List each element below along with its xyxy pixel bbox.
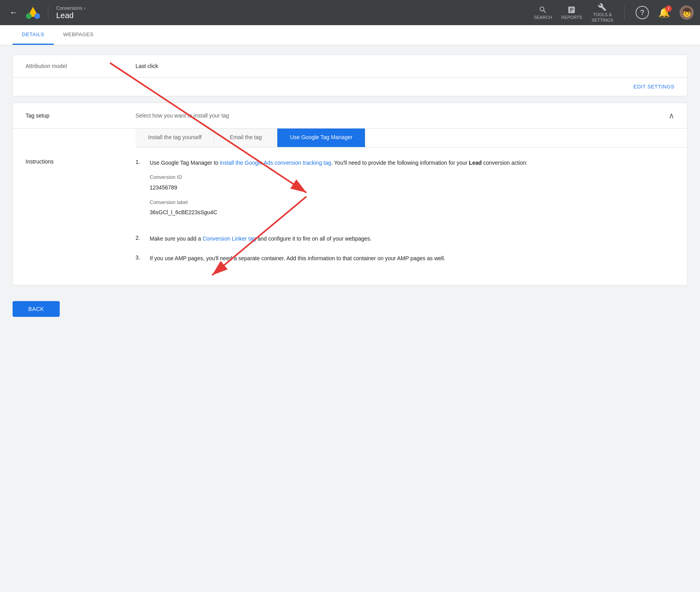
back-button-row: BACK bbox=[13, 295, 687, 329]
conversion-action-name: Lead bbox=[469, 160, 482, 166]
back-button[interactable]: BACK bbox=[13, 301, 60, 317]
conv-id-label: Conversion ID bbox=[150, 173, 528, 182]
breadcrumb-parent: Conversions bbox=[56, 6, 82, 11]
search-icon bbox=[539, 6, 547, 14]
tag-setup-card: Tag setup Select how you want to install… bbox=[13, 103, 687, 285]
user-avatar[interactable]: 👦 bbox=[680, 6, 694, 20]
step-3-number: 3. bbox=[136, 254, 143, 263]
main-content: Attribution model Last click EDIT SETTIN… bbox=[0, 45, 700, 339]
back-nav-button[interactable]: ← bbox=[6, 6, 21, 19]
step-3-text: If you use AMP pages, you'll need a sepa… bbox=[150, 254, 445, 263]
instruction-step-3: 3. If you use AMP pages, you'll need a s… bbox=[136, 254, 674, 263]
page-title: Lead bbox=[56, 11, 86, 20]
google-ads-logo bbox=[26, 6, 40, 20]
breadcrumb: Conversions › Lead bbox=[56, 6, 86, 20]
reports-nav-label: REPORTS bbox=[561, 15, 582, 20]
install-tracking-tag-link[interactable]: install the Google Ads conversion tracki… bbox=[220, 160, 331, 166]
tab-details[interactable]: DETAILS bbox=[13, 25, 54, 45]
tag-setup-header: Tag setup Select how you want to install… bbox=[13, 103, 687, 129]
option-install-yourself[interactable]: Install the tag yourself bbox=[136, 129, 214, 147]
tools-nav-label2: SETTINGS bbox=[592, 18, 613, 22]
topnav-right: SEARCH REPORTS TOOLS & SETTINGS ? 🔔 ! 👦 bbox=[534, 3, 694, 22]
avatar-image: 👦 bbox=[682, 7, 692, 18]
conversion-data: Conversion ID 123456789 Conversion label… bbox=[150, 173, 528, 217]
tools-nav-button[interactable]: TOOLS & SETTINGS bbox=[592, 3, 613, 22]
collapse-icon[interactable]: ∧ bbox=[669, 111, 674, 120]
reports-icon bbox=[567, 6, 576, 14]
svg-point-1 bbox=[35, 13, 40, 19]
tag-setup-subtitle: Select how you want to install your tag bbox=[136, 112, 669, 119]
notification-badge: ! bbox=[665, 6, 672, 12]
notifications-button[interactable]: 🔔 ! bbox=[658, 7, 670, 18]
search-nav-label: SEARCH bbox=[534, 15, 552, 20]
tabs-bar: DETAILS WEBPAGES bbox=[0, 25, 700, 45]
attribution-value: Last click bbox=[136, 63, 158, 69]
instruction-step-1: 1. Use Google Tag Manager to install the… bbox=[136, 158, 674, 223]
instructions-label: Instructions bbox=[26, 158, 136, 274]
edit-settings-button[interactable]: EDIT SETTINGS bbox=[634, 84, 675, 90]
tools-nav-label: TOOLS & bbox=[593, 12, 612, 17]
conv-label-label: Conversion label bbox=[150, 199, 528, 207]
conv-id-value: 123456789 bbox=[150, 183, 528, 192]
conv-label-value: 36sGCl_l_6cBE223sSgu4C bbox=[150, 208, 528, 217]
svg-point-2 bbox=[26, 13, 31, 19]
nav-separator bbox=[624, 6, 625, 19]
nav-divider bbox=[48, 6, 48, 19]
instruction-step-2: 2. Make sure you add a Conversion Linker… bbox=[136, 234, 674, 243]
conversion-linker-link[interactable]: Conversion Linker tag bbox=[203, 235, 256, 242]
tools-icon bbox=[598, 3, 607, 11]
edit-settings-row: EDIT SETTINGS bbox=[13, 77, 687, 96]
step-1-text: Use Google Tag Manager to install the Go… bbox=[150, 158, 528, 223]
attribution-row: Attribution model Last click bbox=[13, 55, 687, 77]
tag-options-bar: Install the tag yourself Email the tag U… bbox=[136, 129, 687, 147]
tab-webpages[interactable]: WEBPAGES bbox=[54, 25, 103, 45]
attribution-label: Attribution model bbox=[26, 63, 136, 69]
instructions-content: 1. Use Google Tag Manager to install the… bbox=[136, 158, 674, 274]
topnav: ← Conversions › Lead SEARCH REPORTS bbox=[0, 0, 700, 25]
option-email-tag[interactable]: Email the tag bbox=[214, 129, 277, 147]
breadcrumb-arrow: › bbox=[84, 6, 86, 11]
attribution-card: Attribution model Last click EDIT SETTIN… bbox=[13, 55, 687, 96]
search-nav-button[interactable]: SEARCH bbox=[534, 6, 552, 20]
option-google-tag-manager[interactable]: Use Google Tag Manager bbox=[277, 129, 365, 147]
help-button[interactable]: ? bbox=[636, 6, 649, 19]
instructions-section: Instructions 1. Use Google Tag Manager t… bbox=[13, 147, 687, 285]
tag-setup-title: Tag setup bbox=[26, 112, 136, 119]
step-2-text: Make sure you add a Conversion Linker ta… bbox=[150, 234, 372, 243]
step-2-number: 2. bbox=[136, 234, 143, 243]
reports-nav-button[interactable]: REPORTS bbox=[561, 6, 582, 20]
step-1-number: 1. bbox=[136, 158, 143, 223]
